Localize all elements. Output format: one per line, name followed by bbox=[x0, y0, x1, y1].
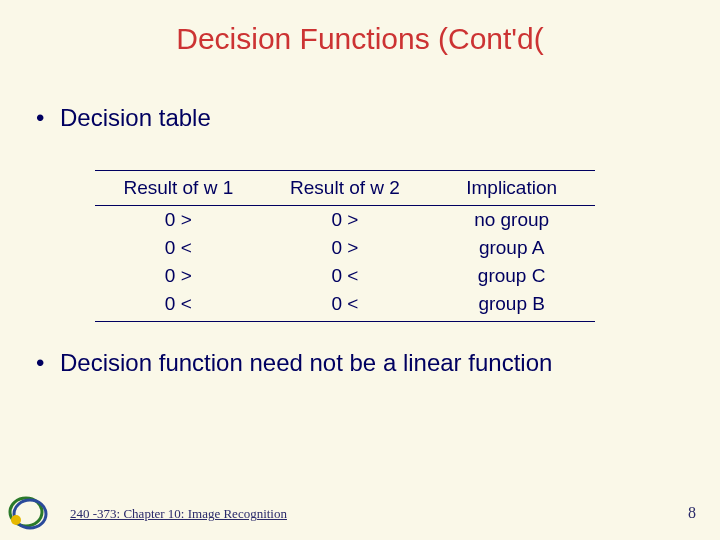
slide-title: Decision Functions (Cont'd( bbox=[0, 22, 720, 56]
bullet-item: Decision table bbox=[36, 103, 684, 133]
slide: Decision Functions (Cont'd( Decision tab… bbox=[0, 0, 720, 540]
footer-text: 240 -373: Chapter 10: Image Recognition bbox=[70, 506, 287, 522]
table-cell: 0 > bbox=[262, 206, 429, 235]
table-row: 0 > 0 > no group bbox=[95, 206, 595, 235]
svg-point-2 bbox=[11, 515, 21, 525]
table-cell: 0 > bbox=[262, 234, 429, 262]
logo-icon bbox=[8, 494, 50, 530]
col-header: Implication bbox=[428, 171, 595, 206]
table-cell: 0 < bbox=[262, 262, 429, 290]
table-row: 0 < 0 > group A bbox=[95, 234, 595, 262]
table-cell: 0 < bbox=[95, 234, 262, 262]
table-row: 0 > 0 < group C bbox=[95, 262, 595, 290]
col-header: Result of w 1 bbox=[95, 171, 262, 206]
table-cell: no group bbox=[428, 206, 595, 235]
table-cell: group C bbox=[428, 262, 595, 290]
page-number: 8 bbox=[688, 504, 696, 522]
table-cell: 0 > bbox=[95, 262, 262, 290]
bullet-item: Decision function need not be a linear f… bbox=[36, 348, 684, 378]
table-cell: group B bbox=[428, 290, 595, 322]
table-header-row: Result of w 1 Result of w 2 Implication bbox=[95, 171, 595, 206]
table-row: 0 < 0 < group B bbox=[95, 290, 595, 322]
table-cell: 0 < bbox=[262, 290, 429, 322]
table-cell: 0 < bbox=[95, 290, 262, 322]
table-cell: 0 > bbox=[95, 206, 262, 235]
decision-table: Result of w 1 Result of w 2 Implication … bbox=[95, 170, 595, 322]
table-cell: group A bbox=[428, 234, 595, 262]
col-header: Result of w 2 bbox=[262, 171, 429, 206]
